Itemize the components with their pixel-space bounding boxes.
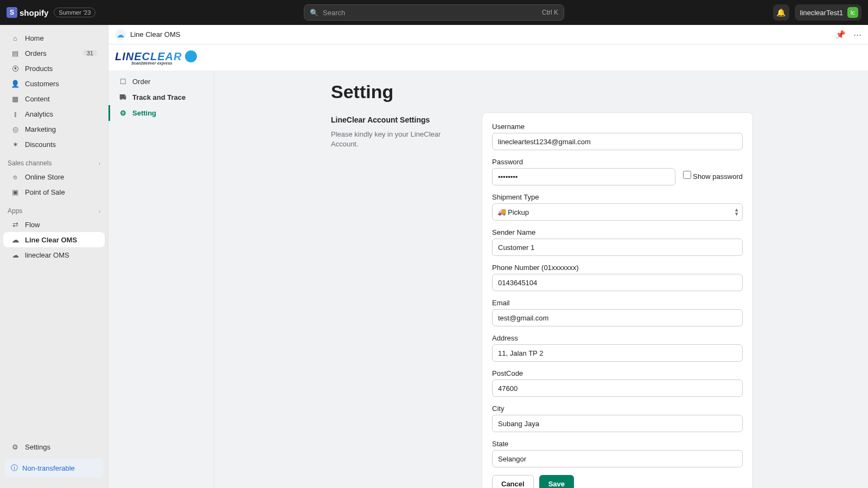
nav-settings[interactable]: ⚙ Settings <box>3 439 105 454</box>
discounts-icon: ✶ <box>11 140 20 149</box>
nontransferable-banner[interactable]: ⓘ Non-transferable <box>4 459 104 477</box>
bell-icon: 🔔 <box>776 8 786 17</box>
brand-truck-icon <box>185 50 197 62</box>
leftnav: ⌂ Home ▤ Orders 31 ⦿ Products 👤 Customer… <box>0 25 108 488</box>
user-chip[interactable]: lineclearTest1 lc <box>795 4 862 21</box>
nav-analytics[interactable]: ⫿ Analytics <box>3 106 105 121</box>
nav-label: Discounts <box>25 140 56 149</box>
nav-orders[interactable]: ▤ Orders 31 <box>3 46 105 61</box>
nav-app-flow[interactable]: ⇄ Flow <box>3 217 105 232</box>
shipment-type-select[interactable] <box>492 203 743 221</box>
notifications-button[interactable]: 🔔 <box>773 4 789 21</box>
flow-icon: ⇄ <box>11 220 20 229</box>
nav-label: Home <box>25 34 44 42</box>
address-input[interactable] <box>492 344 743 362</box>
cloud-icon: ☁ <box>11 235 20 244</box>
gear-icon: ⚙ <box>119 109 127 117</box>
pin-icon[interactable]: 📌 <box>835 30 846 40</box>
nav-label: Products <box>25 65 53 73</box>
state-input[interactable] <box>492 450 743 467</box>
search-icon: 🔍 <box>310 9 318 17</box>
section-left: LineClear Account Settings Please kindly… <box>331 112 467 149</box>
show-password-label: Show password <box>693 172 743 181</box>
customers-icon: 👤 <box>11 79 20 88</box>
section-desc: Please kindly key in your LineClear Acco… <box>331 130 467 149</box>
address-label: Address <box>492 334 743 342</box>
phone-input[interactable] <box>492 274 743 291</box>
nav-label: Settings <box>25 443 50 451</box>
cloud-icon: ☁ <box>11 251 20 259</box>
city-input[interactable] <box>492 415 743 432</box>
username-label: Username <box>492 123 743 131</box>
page-title: Setting <box>331 81 852 102</box>
main: Setting LineClear Account Settings Pleas… <box>214 70 868 488</box>
password-label: Password <box>492 158 743 166</box>
appmenu-label: Setting <box>132 109 156 117</box>
order-icon: ☐ <box>119 78 127 86</box>
apps-header[interactable]: Apps › <box>0 200 108 217</box>
nav-label: Online Store <box>25 173 64 181</box>
sales-channels-header[interactable]: Sales channels › <box>0 152 108 169</box>
more-icon[interactable]: ⋯ <box>853 30 861 40</box>
nav-label: Orders <box>25 49 47 57</box>
email-label: Email <box>492 299 743 307</box>
app-header-right: 📌 ⋯ <box>835 30 861 40</box>
city-label: City <box>492 404 743 413</box>
brand-bar: LINECLEAR Scan2deliver express <box>108 44 868 70</box>
nav-label: Marketing <box>25 125 56 133</box>
shopify-bag-icon: S <box>7 7 17 18</box>
section-row: LineClear Account Settings Please kindly… <box>331 112 852 488</box>
summer-pill[interactable]: Summer '23 <box>54 8 95 17</box>
postcode-input[interactable] <box>492 380 743 397</box>
appmenu-order[interactable]: ☐ Order <box>108 74 214 89</box>
truck-icon: ⛟ <box>119 93 127 101</box>
nav-app-lineclear[interactable]: ☁ Line Clear OMS <box>3 232 105 247</box>
nav-app-lineclear-2[interactable]: ☁ lineclear OMS <box>3 247 105 262</box>
form-buttons: Cancel Save <box>492 475 743 488</box>
select-updown-icon: ▴▾ <box>735 207 738 216</box>
username-input[interactable] <box>492 133 743 150</box>
app-header-left: ☁ Line Clear OMS <box>115 29 180 40</box>
nav-products[interactable]: ⦿ Products <box>3 61 105 76</box>
search-placeholder: Search <box>323 9 345 17</box>
info-icon: ⓘ <box>11 463 18 473</box>
nav-label: Analytics <box>25 110 53 118</box>
nav-content[interactable]: ▦ Content <box>3 91 105 106</box>
cancel-button[interactable]: Cancel <box>492 475 534 488</box>
nav-label: Customers <box>25 80 59 88</box>
settings-card: Username Password Show password Shipment… <box>482 112 753 488</box>
search-kbd: Ctrl K <box>542 9 558 16</box>
brand-wrap: LINECLEAR Scan2deliver express <box>115 50 197 65</box>
topbar-left: S shopify Summer '23 <box>7 7 95 18</box>
password-input[interactable] <box>492 168 675 185</box>
appmenu-setting[interactable]: ⚙ Setting <box>108 105 214 121</box>
show-password-toggle[interactable]: Show password <box>683 171 743 181</box>
nav-pos[interactable]: ▣ Point of Sale <box>3 184 105 200</box>
nav-label: Flow <box>25 221 40 229</box>
appmenu-label: Order <box>132 78 150 86</box>
chevron-right-icon: › <box>99 208 100 214</box>
analytics-icon: ⫿ <box>11 110 20 118</box>
nav-customers[interactable]: 👤 Customers <box>3 76 105 91</box>
save-button[interactable]: Save <box>539 475 574 488</box>
phone-label: Phone Number (01xxxxxxx) <box>492 264 743 272</box>
online-store-icon: ⌾ <box>11 172 20 181</box>
nav-home[interactable]: ⌂ Home <box>3 30 105 46</box>
search-box[interactable]: 🔍 Search Ctrl K <box>304 4 564 21</box>
brand-logo: LINECLEAR <box>115 50 197 62</box>
shopify-logo[interactable]: S shopify <box>7 7 48 18</box>
nav-marketing[interactable]: ◎ Marketing <box>3 121 105 137</box>
nav-discounts[interactable]: ✶ Discounts <box>3 137 105 152</box>
sender-name-input[interactable] <box>492 239 743 256</box>
shipment-type-label: Shipment Type <box>492 193 743 201</box>
app-cloud-icon: ☁ <box>115 29 126 40</box>
nav-online-store[interactable]: ⌾ Online Store <box>3 169 105 184</box>
email-input[interactable] <box>492 309 743 326</box>
show-password-checkbox[interactable] <box>683 171 691 179</box>
nav-label: Content <box>25 95 50 103</box>
orders-icon: ▤ <box>11 49 20 57</box>
brand-subline: Scan2deliver express <box>131 61 197 65</box>
nav-label: Line Clear OMS <box>25 236 77 244</box>
appmenu-track[interactable]: ⛟ Track and Trace <box>108 89 214 105</box>
nav-label: lineclear OMS <box>25 251 69 259</box>
